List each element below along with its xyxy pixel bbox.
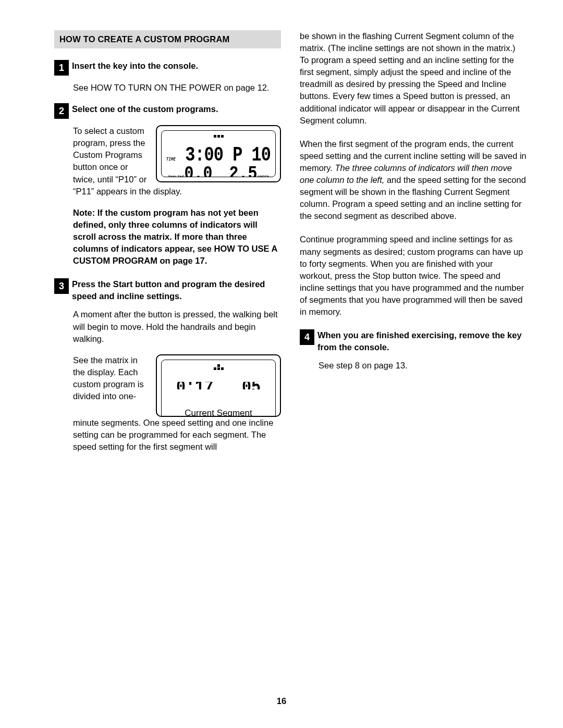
matrix-indicator-2-icon [165, 364, 272, 370]
lcd-sub-readout: INCLINE0.0 2.5SPEED [165, 164, 272, 177]
step-2-heading: 2 Select one of the custom programs. [54, 103, 281, 119]
step-2-title: Select one of the custom programs. [72, 104, 218, 114]
lcd2-inner: 0:17 05 Current Segment [161, 360, 276, 417]
step-4-body: See step 8 on page 13. [319, 360, 527, 372]
step-3-title: Press the Start button and program the d… [72, 279, 265, 301]
console-display-illustration-2: 0:17 05 Current Segment [156, 354, 281, 417]
step-3-body-b-pre: See the matrix in the display. Each cust… [73, 355, 144, 401]
speed-value: 2.5 [229, 163, 257, 177]
lcd-inner: TIME 3:00 P 10 INCLINE0.0 2.5SPEED [161, 130, 276, 177]
console-display-illustration-1: TIME 3:00 P 10 INCLINE0.0 2.5SPEED [156, 125, 281, 182]
step-1-title: Insert the key into the console. [72, 61, 198, 70]
step-4-number: 4 [300, 329, 314, 345]
step-3-body-a: A moment after the button is pressed, th… [73, 309, 281, 344]
two-column-layout: HOW TO CREATE A CUSTOM PROGRAM 1 Insert … [54, 30, 527, 462]
step-2-number: 2 [54, 103, 69, 119]
step-2-note: Note: If the custom program has not yet … [73, 207, 281, 267]
step-3-heading: 3 Press the Start button and program the… [54, 278, 281, 302]
step-1-number: 1 [54, 60, 69, 76]
step-3-body-b-post: minute segments. One speed setting and o… [73, 418, 273, 451]
page: HOW TO CREATE A CUSTOM PROGRAM 1 Insert … [0, 0, 563, 728]
speed-label: SPEED [257, 175, 269, 178]
page-number: 16 [0, 695, 563, 707]
current-segment-label: Current Segment [162, 407, 275, 417]
time-label: TIME [166, 157, 176, 162]
lcd-partial-readout: 0:17 05 [165, 381, 272, 389]
step-4-heading: 4 When you are finished exercising, remo… [300, 329, 527, 353]
right-column: be shown in the flashing Current Segment… [300, 30, 527, 462]
right-para-1: be shown in the flashing Current Segment… [300, 30, 527, 127]
matrix-indicator-icon [165, 135, 272, 138]
incline-label: INCLINE [168, 175, 185, 178]
right-para-3: Continue programming speed and incline s… [300, 233, 527, 318]
incline-value: 0.0 [185, 163, 213, 177]
step-3-body-b-wrap: 0:17 05 Current Segment See the matrix i… [73, 354, 281, 453]
right-para-2: When the first segment of the program en… [300, 138, 527, 223]
step-3-number: 3 [54, 278, 69, 294]
step-1-body: See HOW TO TURN ON THE POWER on page 12. [73, 82, 281, 94]
left-column: HOW TO CREATE A CUSTOM PROGRAM 1 Insert … [54, 30, 281, 462]
step-4-title: When you are finished exercising, remove… [317, 330, 522, 352]
section-header: HOW TO CREATE A CUSTOM PROGRAM [54, 30, 281, 48]
step-2-body-wrap: TIME 3:00 P 10 INCLINE0.0 2.5SPEED [73, 125, 281, 198]
step-1-heading: 1 Insert the key into the console. [54, 60, 281, 76]
